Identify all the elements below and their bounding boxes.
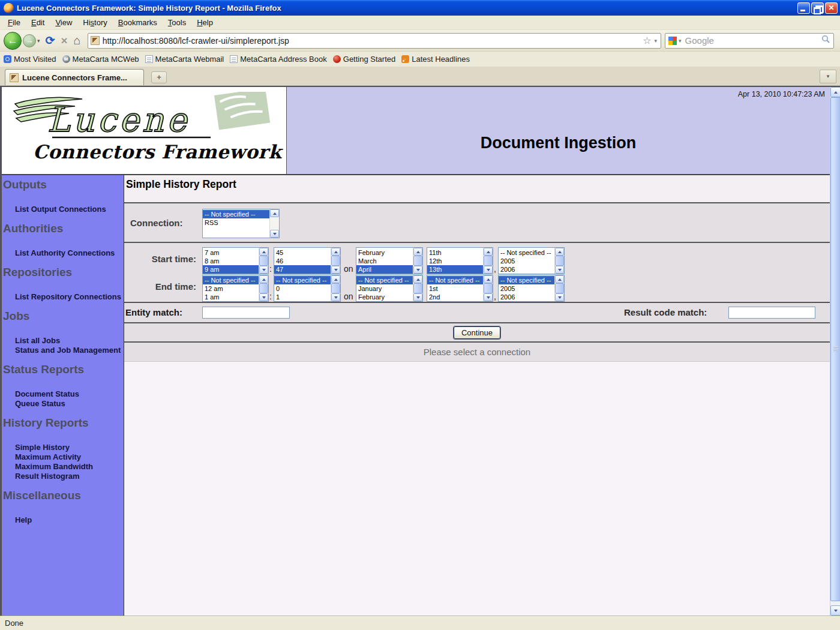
start-month-option-march[interactable]: March: [356, 257, 413, 265]
listbox-scrollbar[interactable]: [483, 275, 493, 301]
scrollbar-thumb[interactable]: [555, 256, 564, 266]
start-day-option-11th[interactable]: 11th: [427, 248, 483, 257]
end-day-option-1st[interactable]: 1st: [427, 284, 483, 293]
menu-view[interactable]: View: [50, 16, 77, 29]
menu-help[interactable]: Help: [191, 16, 218, 29]
sidebar-item-document-status[interactable]: Document Status: [15, 389, 124, 399]
start-year-option-2005[interactable]: 2005: [499, 257, 554, 265]
sidebar-item-maximum-bandwidth[interactable]: Maximum Bandwidth: [15, 462, 124, 472]
scroll-down-button[interactable]: [555, 266, 564, 274]
home-button[interactable]: ⌂: [74, 34, 81, 47]
scroll-down-button[interactable]: [413, 266, 422, 274]
scrollbar-thumb[interactable]: [259, 283, 268, 293]
tab-lucene-connectors[interactable]: Lucene Connectors Frame...: [5, 69, 144, 85]
search-bar[interactable]: ▾ Google: [665, 33, 834, 49]
listbox-scrollbar[interactable]: [259, 275, 268, 301]
scroll-up-button[interactable]: [259, 248, 268, 256]
end-year-option-not-specified[interactable]: -- Not specified --: [499, 276, 554, 284]
bookmark-metacarta-mcweb[interactable]: MMetaCarta MCWeb: [62, 55, 139, 64]
end-hour-option-1-am[interactable]: 1 am: [203, 293, 259, 301]
scrollbar-thumb[interactable]: [259, 256, 268, 266]
scrollbar-thumb[interactable]: [331, 256, 340, 266]
scroll-up-button[interactable]: [830, 87, 840, 97]
search-engine-dropdown-icon[interactable]: ▾: [679, 38, 682, 44]
start-year-option-not-specified[interactable]: -- Not specified --: [499, 248, 554, 257]
bookmark-latest-headlines[interactable]: Latest Headlines: [401, 55, 470, 64]
search-input[interactable]: Google: [685, 35, 821, 46]
menu-edit[interactable]: Edit: [26, 16, 50, 29]
start-month-listbox[interactable]: FebruaryMarchApril: [356, 247, 423, 274]
menu-tools[interactable]: Tools: [163, 16, 191, 29]
continue-button[interactable]: Continue: [454, 326, 500, 339]
scroll-up-button[interactable]: [259, 275, 268, 283]
scroll-down-button[interactable]: [259, 293, 268, 301]
scroll-down-button[interactable]: [830, 605, 840, 616]
bookmark-star-icon[interactable]: ☆: [643, 35, 651, 46]
sidebar-item-list-repository-connections[interactable]: List Repository Connections: [15, 292, 124, 302]
scroll-up-button[interactable]: [270, 209, 279, 217]
result-code-input[interactable]: [728, 307, 815, 319]
end-minute-option-not-specified[interactable]: -- Not specified --: [274, 276, 331, 284]
scroll-up-button[interactable]: [484, 275, 493, 283]
sidebar-item-list-output-connections[interactable]: List Output Connections: [15, 205, 124, 214]
listbox-scrollbar[interactable]: [331, 248, 340, 274]
end-month-option-not-specified[interactable]: -- Not specified --: [356, 276, 413, 284]
end-month-option-february[interactable]: February: [356, 293, 413, 301]
listbox-scrollbar[interactable]: [331, 275, 340, 301]
scroll-up-button[interactable]: [484, 248, 493, 256]
scroll-up-button[interactable]: [413, 248, 422, 256]
bookmark-most-visited[interactable]: Most Visited: [4, 55, 56, 64]
forward-button[interactable]: →: [23, 34, 36, 47]
close-button[interactable]: ✕: [825, 2, 838, 14]
scroll-up-button[interactable]: [331, 248, 340, 256]
menu-history[interactable]: History: [77, 16, 112, 29]
sidebar-item-list-all-jobs[interactable]: List all Jobs: [15, 336, 124, 346]
end-month-listbox[interactable]: -- Not specified --JanuaryFebruary: [356, 275, 423, 302]
tab-list-dropdown[interactable]: ▾: [820, 70, 836, 83]
scrollbar-thumb[interactable]: [484, 256, 493, 266]
connection-listbox[interactable]: -- Not specified --RSS: [202, 209, 280, 238]
start-minute-option-46[interactable]: 46: [274, 257, 331, 265]
start-day-option-13th[interactable]: 13th: [427, 265, 483, 274]
end-minute-option-0[interactable]: 0: [274, 284, 331, 293]
end-day-listbox[interactable]: -- Not specified --1st2nd: [427, 275, 493, 302]
start-hour-option-7-am[interactable]: 7 am: [203, 248, 259, 257]
end-minute-option-1[interactable]: 1: [274, 293, 331, 301]
end-day-option-2nd[interactable]: 2nd: [427, 293, 483, 301]
minimize-button[interactable]: [797, 2, 810, 14]
history-dropdown-icon[interactable]: ▾: [37, 38, 40, 44]
url-bar[interactable]: http://localhost:8080/lcf-crawler-ui/sim…: [88, 33, 661, 49]
scrollbar-thumb[interactable]: [413, 283, 422, 293]
new-tab-button[interactable]: +: [151, 71, 167, 83]
listbox-scrollbar[interactable]: [413, 248, 422, 274]
listbox-scrollbar[interactable]: [259, 248, 268, 274]
start-year-listbox[interactable]: -- Not specified --20052006: [498, 247, 565, 274]
listbox-scrollbar[interactable]: [483, 248, 493, 274]
end-year-listbox[interactable]: -- Not specified --20052006: [498, 275, 565, 302]
listbox-scrollbar[interactable]: [269, 209, 279, 238]
scrollbar-thumb[interactable]: [555, 283, 564, 293]
sidebar-item-status-and-job-management[interactable]: Status and Job Management: [15, 346, 124, 355]
menu-bookmarks[interactable]: Bookmarks: [113, 16, 163, 29]
scroll-down-button[interactable]: [331, 266, 340, 274]
start-year-option-2006[interactable]: 2006: [499, 265, 554, 274]
sidebar-item-queue-status[interactable]: Queue Status: [15, 399, 124, 409]
back-button[interactable]: ←: [4, 32, 22, 50]
scroll-down-button[interactable]: [555, 293, 564, 301]
scroll-down-button[interactable]: [270, 230, 279, 238]
scroll-up-button[interactable]: [331, 275, 340, 283]
url-dropdown-icon[interactable]: ▾: [654, 38, 657, 44]
bookmark-metacarta-webmail[interactable]: MetaCarta Webmail: [145, 55, 224, 64]
scrollbar-thumb[interactable]: [413, 256, 422, 266]
sidebar-item-list-authority-connections[interactable]: List Authority Connections: [15, 248, 124, 258]
listbox-scrollbar[interactable]: [554, 275, 564, 301]
search-magnifier-icon[interactable]: [821, 35, 830, 46]
url-input[interactable]: http://localhost:8080/lcf-crawler-ui/sim…: [103, 36, 641, 46]
start-minute-option-47[interactable]: 47: [274, 265, 331, 274]
bookmark-getting-started[interactable]: Getting Started: [333, 55, 395, 64]
scroll-down-button[interactable]: [484, 266, 493, 274]
end-hour-option-not-specified[interactable]: -- Not specified --: [203, 276, 259, 284]
scroll-up-button[interactable]: [555, 248, 564, 256]
scroll-up-button[interactable]: [413, 275, 422, 283]
end-day-option-not-specified[interactable]: -- Not specified --: [427, 276, 483, 284]
